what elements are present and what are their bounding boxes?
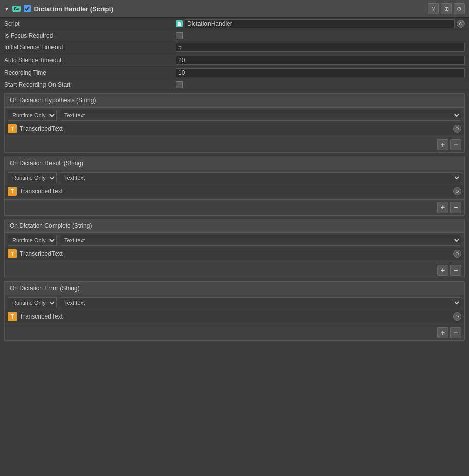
add-listener-btn-complete[interactable]: + <box>437 265 448 276</box>
event-section-error: On Dictation Error (String) Runtime Only… <box>4 281 465 341</box>
event-footer-error: + − <box>5 325 464 340</box>
add-listener-btn-hypothesis[interactable]: + <box>437 139 448 150</box>
initial-silence-input[interactable] <box>176 43 465 52</box>
recording-time-row: Recording Time <box>0 67 469 79</box>
auto-silence-label: Auto Silence Timeout <box>4 57 176 64</box>
event-section-result: On Dictation Result (String) Runtime Onl… <box>4 156 465 216</box>
is-focus-required-label: Is Focus Required <box>4 32 176 39</box>
add-listener-btn-error[interactable]: + <box>437 327 448 338</box>
t-badge-complete: T <box>8 249 17 258</box>
object-select-btn-hypothesis[interactable]: ⊙ <box>453 125 461 133</box>
script-property-row: Script 📄 ⊙ <box>0 18 469 30</box>
t-badge-hypothesis: T <box>8 124 17 133</box>
event-footer-hypothesis: + − <box>5 137 464 152</box>
event-object-row-complete: T TranscribedText ⊙ <box>5 248 464 260</box>
settings-layout-icon[interactable]: ⊞ <box>441 3 452 14</box>
script-file-icon: 📄 <box>176 20 183 27</box>
header-icons: ? ⊞ ⚙ <box>428 3 465 14</box>
event-controls-row-hypothesis: Runtime Only Text.text <box>5 108 464 123</box>
component-title: Dictation Handler (Script) <box>34 5 425 13</box>
event-header-complete: On Dictation Complete (String) <box>5 219 464 233</box>
remove-listener-btn-hypothesis[interactable]: − <box>450 139 461 150</box>
t-badge-error: T <box>8 312 17 321</box>
object-select-btn-result[interactable]: ⊙ <box>453 187 461 195</box>
event-footer-result: + − <box>5 199 464 215</box>
start-recording-row: Start Recording On Start <box>0 79 469 90</box>
component-header: ▼ C# Dictation Handler (Script) ? ⊞ ⚙ <box>0 0 469 18</box>
recording-time-input[interactable] <box>176 68 465 77</box>
event-section-complete: On Dictation Complete (String) Runtime O… <box>4 219 465 278</box>
start-recording-label: Start Recording On Start <box>4 81 176 88</box>
target-select-error[interactable]: Text.text <box>60 297 461 308</box>
object-select-btn-error[interactable]: ⊙ <box>453 312 461 321</box>
t-badge-result: T <box>8 187 17 196</box>
event-header-error: On Dictation Error (String) <box>5 282 464 295</box>
object-name-error: TranscribedText <box>20 313 450 320</box>
is-focus-required-checkbox[interactable] <box>176 32 183 39</box>
object-name-complete: TranscribedText <box>20 250 450 257</box>
event-section-hypothesis: On Dictation Hypothesis (String) Runtime… <box>4 93 465 153</box>
event-controls-row-complete: Runtime Only Text.text <box>5 233 464 248</box>
add-listener-btn-result[interactable]: + <box>437 202 448 213</box>
gear-icon[interactable]: ⚙ <box>454 3 465 14</box>
enabled-checkbox[interactable] <box>24 5 31 12</box>
collapse-arrow-icon[interactable]: ▼ <box>4 6 9 12</box>
runtime-select-hypothesis[interactable]: Runtime Only <box>8 110 57 121</box>
component-panel: ▼ C# Dictation Handler (Script) ? ⊞ ⚙ Sc… <box>0 0 469 341</box>
event-object-row-hypothesis: T TranscribedText ⊙ <box>5 123 464 135</box>
script-name-field[interactable] <box>185 19 455 28</box>
event-object-row-error: T TranscribedText ⊙ <box>5 310 464 323</box>
event-header-hypothesis: On Dictation Hypothesis (String) <box>5 94 464 108</box>
event-controls-row-error: Runtime Only Text.text <box>5 295 464 310</box>
runtime-select-result[interactable]: Runtime Only <box>8 172 57 183</box>
target-select-result[interactable]: Text.text <box>60 172 461 183</box>
auto-silence-input[interactable] <box>176 56 465 65</box>
runtime-select-complete[interactable]: Runtime Only <box>8 235 57 246</box>
remove-listener-btn-error[interactable]: − <box>450 327 461 338</box>
remove-listener-btn-complete[interactable]: − <box>450 265 461 276</box>
target-select-hypothesis[interactable]: Text.text <box>60 110 461 121</box>
start-recording-checkbox[interactable] <box>176 81 183 88</box>
initial-silence-row: Initial Silence Timeout <box>0 41 469 54</box>
script-label: Script <box>4 20 176 27</box>
is-focus-required-row: Is Focus Required <box>0 30 469 41</box>
target-select-complete[interactable]: Text.text <box>60 235 461 246</box>
object-select-btn-complete[interactable]: ⊙ <box>453 250 461 258</box>
help-icon[interactable]: ? <box>428 3 439 14</box>
object-name-hypothesis: TranscribedText <box>20 125 450 132</box>
auto-silence-row: Auto Silence Timeout <box>0 54 469 67</box>
event-header-result: On Dictation Result (String) <box>5 156 464 170</box>
events-container: On Dictation Hypothesis (String) Runtime… <box>0 93 469 341</box>
event-object-row-result: T TranscribedText ⊙ <box>5 185 464 197</box>
initial-silence-label: Initial Silence Timeout <box>4 44 176 51</box>
script-select-button[interactable]: ⊙ <box>457 20 465 28</box>
script-value-container: 📄 ⊙ <box>176 19 465 28</box>
cs-badge: C# <box>12 6 21 12</box>
recording-time-label: Recording Time <box>4 69 176 76</box>
remove-listener-btn-result[interactable]: − <box>450 202 461 213</box>
object-name-result: TranscribedText <box>20 188 450 195</box>
event-controls-row-result: Runtime Only Text.text <box>5 170 464 185</box>
event-footer-complete: + − <box>5 262 464 278</box>
runtime-select-error[interactable]: Runtime Only <box>8 297 57 308</box>
